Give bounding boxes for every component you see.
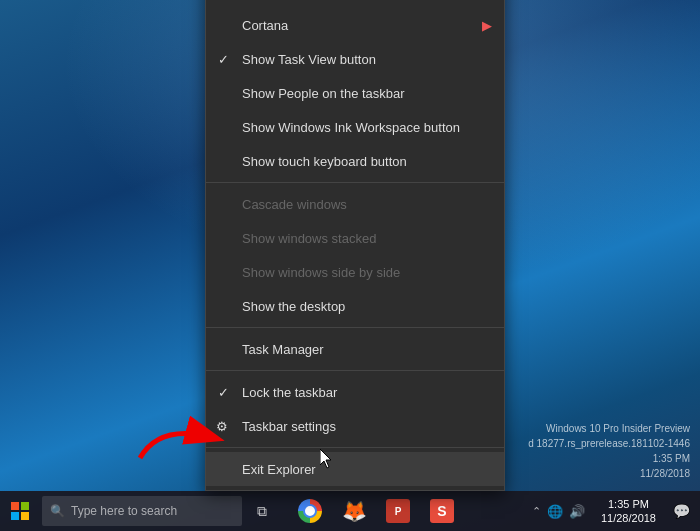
taskbar-search[interactable]: 🔍 Type here to search: [42, 496, 242, 526]
menu-item-lock-taskbar[interactable]: ✓ Lock the taskbar: [206, 375, 504, 409]
svg-rect-4: [11, 512, 19, 520]
search-placeholder: Type here to search: [71, 504, 177, 518]
network-icon[interactable]: 🌐: [547, 504, 563, 519]
menu-item-touch-keyboard[interactable]: Show touch keyboard button: [206, 144, 504, 178]
menu-item-toolbars[interactable]: ▶ Toolbars: [206, 0, 504, 8]
windows-info: Windows 10 Pro Insider Preview d 18277.r…: [528, 421, 690, 481]
win-info-line3: 1:35 PM: [528, 451, 690, 466]
taskbar: 🔍 Type here to search ⧉ 🦊 P S ⌃ 🌐 🔊 1:: [0, 491, 700, 531]
menu-item-task-view[interactable]: ✓ Show Task View button: [206, 42, 504, 76]
tray-icons: ⌃ 🌐 🔊: [526, 504, 591, 519]
menu-item-stacked: Show windows stacked: [206, 221, 504, 255]
win-info-line1: Windows 10 Pro Insider Preview: [528, 421, 690, 436]
search-icon: 🔍: [50, 504, 65, 518]
notification-center-button[interactable]: 💬: [666, 491, 696, 531]
volume-icon[interactable]: 🔊: [569, 504, 585, 519]
menu-item-task-manager[interactable]: Task Manager: [206, 332, 504, 366]
menu-item-label: Show Windows Ink Workspace button: [242, 120, 460, 135]
tray-chevron-icon[interactable]: ⌃: [532, 505, 541, 518]
chrome-icon: [298, 499, 322, 523]
app-red-icon: P: [386, 499, 410, 523]
task-view-button[interactable]: ⧉: [242, 491, 282, 531]
slideit-icon: S: [430, 499, 454, 523]
system-tray: ⌃ 🌐 🔊 1:35 PM 11/28/2018 💬: [526, 491, 700, 531]
menu-item-label: Show windows stacked: [242, 231, 376, 246]
check-icon: ✓: [218, 385, 229, 400]
menu-item-label: Show Task View button: [242, 52, 376, 67]
separator-2: [206, 327, 504, 328]
menu-item-label: Cascade windows: [242, 197, 347, 212]
context-menu: ▶ Toolbars ▶ Cortana ✓ Show Task View bu…: [205, 0, 505, 491]
taskbar-app-firefox[interactable]: 🦊: [334, 491, 374, 531]
menu-item-label: Taskbar settings: [242, 419, 336, 434]
tray-time: 1:35 PM: [608, 497, 649, 511]
menu-item-label: Cortana: [242, 18, 288, 33]
taskbar-app-slideit[interactable]: S: [422, 491, 462, 531]
menu-item-people[interactable]: Show People on the taskbar: [206, 76, 504, 110]
svg-rect-2: [11, 502, 19, 510]
menu-item-label: Show touch keyboard button: [242, 154, 407, 169]
separator-1: [206, 182, 504, 183]
menu-item-label: Show the desktop: [242, 299, 345, 314]
menu-item-ink-workspace[interactable]: Show Windows Ink Workspace button: [206, 110, 504, 144]
firefox-icon: 🦊: [342, 499, 367, 523]
svg-rect-3: [21, 502, 29, 510]
check-icon: ✓: [218, 52, 229, 67]
menu-item-exit-explorer[interactable]: Exit Explorer: [206, 452, 504, 486]
taskbar-pinned-apps: 🦊 P S: [290, 491, 462, 531]
taskbar-app-chrome[interactable]: [290, 491, 330, 531]
separator-4: [206, 447, 504, 448]
menu-item-cortana[interactable]: ▶ Cortana: [206, 8, 504, 42]
tray-date: 11/28/2018: [601, 511, 656, 525]
menu-item-side-by-side: Show windows side by side: [206, 255, 504, 289]
svg-rect-5: [21, 512, 29, 520]
taskbar-app-red1[interactable]: P: [378, 491, 418, 531]
menu-item-label: Show windows side by side: [242, 265, 400, 280]
arrow-icon: ▶: [482, 18, 492, 33]
menu-item-label: Lock the taskbar: [242, 385, 337, 400]
menu-item-label: Show People on the taskbar: [242, 86, 405, 101]
svg-marker-1: [320, 449, 331, 468]
tray-clock[interactable]: 1:35 PM 11/28/2018: [595, 497, 662, 526]
win-info-line4: 11/28/2018: [528, 466, 690, 481]
win-info-line2: d 18277.rs_prerelease.181102-1446: [528, 436, 690, 451]
start-button[interactable]: [0, 491, 40, 531]
separator-3: [206, 370, 504, 371]
menu-item-label: Exit Explorer: [242, 462, 316, 477]
mouse-cursor: [320, 449, 334, 469]
red-arrow: [130, 413, 230, 463]
menu-item-cascade: Cascade windows: [206, 187, 504, 221]
menu-item-taskbar-settings[interactable]: ⚙ Taskbar settings: [206, 409, 504, 443]
menu-item-label: Task Manager: [242, 342, 324, 357]
menu-item-show-desktop[interactable]: Show the desktop: [206, 289, 504, 323]
